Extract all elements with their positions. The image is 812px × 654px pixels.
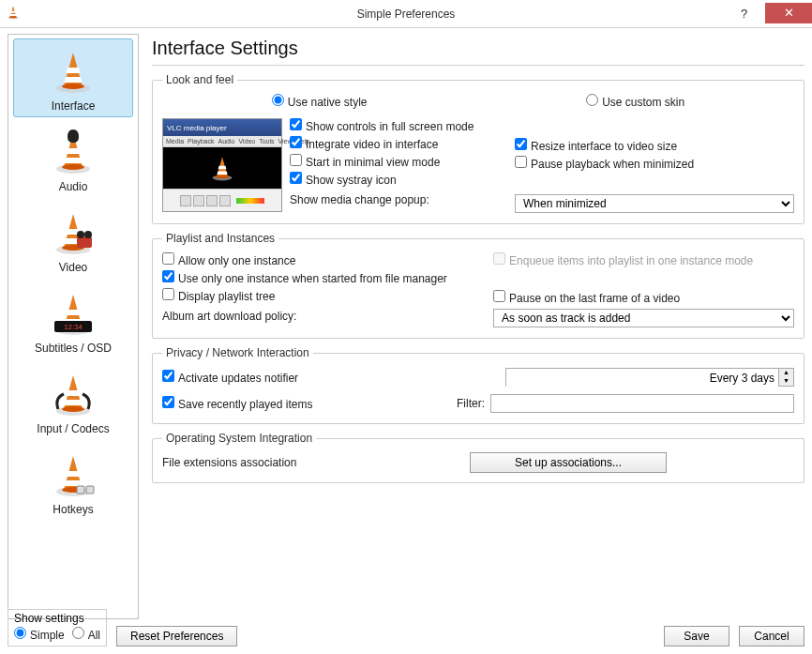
resize-interface-checkbox[interactable]: Resize interface to video size [515, 138, 794, 153]
svg-rect-8 [86, 486, 94, 494]
hotkeys-icon [47, 449, 99, 501]
category-sidebar: Interface Audio Video 12:34 Subtitles / … [8, 34, 139, 619]
sidebar-item-label: Input / Codecs [37, 422, 109, 435]
close-button[interactable]: ✕ [765, 3, 812, 23]
update-interval-spinner[interactable]: ▲▼ [505, 368, 794, 387]
update-interval-input[interactable] [506, 369, 778, 388]
media-popup-select[interactable]: When minimized [515, 194, 794, 213]
pause-last-frame-checkbox[interactable]: Pause on the last frame of a video [493, 290, 794, 305]
help-button[interactable]: ? [723, 3, 765, 25]
spinner-up-icon[interactable]: ▲ [779, 369, 793, 377]
interface-preview: VLC media player MediaPlaybackAudioVideo… [162, 118, 282, 212]
filter-input[interactable] [490, 394, 794, 413]
sidebar-item-interface[interactable]: Interface [13, 38, 133, 117]
show-systray-checkbox[interactable]: Show systray icon [290, 172, 515, 187]
album-art-select[interactable]: As soon as track is added [493, 309, 794, 327]
file-assoc-label: File extensions association [162, 456, 464, 469]
interface-icon [47, 45, 99, 98]
show-settings-label: Show settings [14, 612, 100, 625]
titlebar: Simple Preferences ? ✕ [0, 0, 812, 28]
integrate-video-checkbox[interactable]: Integrate video in interface [290, 136, 515, 151]
cancel-button[interactable]: Cancel [739, 626, 804, 646]
sidebar-item-subtitles[interactable]: 12:34 Subtitles / OSD [13, 281, 133, 359]
playlist-group: Playlist and Instances Allow only one in… [152, 232, 804, 339]
privacy-group: Privacy / Network Interaction Activate u… [152, 346, 804, 424]
setup-associations-button[interactable]: Set up associations... [470, 452, 667, 473]
svg-text:12:34: 12:34 [64, 323, 83, 331]
audio-icon [47, 126, 99, 178]
native-style-radio[interactable]: Use native style [272, 94, 368, 109]
group-legend: Playlist and Instances [162, 232, 278, 245]
look-and-feel-group: Look and feel Use native style Use custo… [152, 73, 804, 224]
app-icon [6, 5, 24, 23]
spinner-down-icon[interactable]: ▼ [779, 377, 793, 386]
window-title: Simple Preferences [357, 8, 456, 21]
sidebar-item-label: Interface [52, 99, 96, 113]
svg-rect-7 [77, 486, 84, 494]
display-tree-checkbox[interactable]: Display playlist tree [162, 288, 493, 303]
media-popup-label: Show media change popup: [290, 193, 429, 206]
show-settings-group: Show settings Simple All [8, 609, 107, 646]
save-button[interactable]: Save [664, 626, 729, 646]
sidebar-item-label: Hotkeys [53, 503, 93, 516]
pause-minimized-checkbox[interactable]: Pause playback when minimized [515, 156, 794, 171]
group-legend: Look and feel [162, 73, 237, 86]
save-recent-checkbox[interactable]: Save recently played items [162, 396, 457, 411]
video-icon [47, 206, 99, 259]
show-simple-radio[interactable]: Simple [14, 627, 65, 642]
codecs-icon [47, 368, 99, 420]
enqueue-checkbox: Enqueue items into playlist in one insta… [493, 252, 794, 267]
sidebar-item-hotkeys[interactable]: Hotkeys [13, 442, 133, 521]
page-title: Interface Settings [152, 38, 804, 59]
subtitles-icon: 12:34 [47, 287, 99, 340]
os-integration-group: Operating System Integration File extens… [152, 432, 804, 483]
one-instance-fm-checkbox[interactable]: Use only one instance when started from … [162, 270, 493, 285]
group-legend: Operating System Integration [162, 432, 316, 445]
sidebar-item-label: Video [59, 261, 87, 274]
album-art-label: Album art download policy: [162, 310, 296, 323]
group-legend: Privacy / Network Interaction [162, 346, 313, 359]
svg-rect-2 [77, 236, 92, 248]
sidebar-item-audio[interactable]: Audio [13, 119, 133, 198]
filter-label: Filter: [457, 397, 485, 410]
svg-point-4 [84, 231, 92, 238]
sidebar-item-input-codecs[interactable]: Input / Codecs [13, 361, 133, 440]
sidebar-item-label: Subtitles / OSD [35, 342, 112, 355]
show-all-radio[interactable]: All [72, 627, 100, 642]
sidebar-item-video[interactable]: Video [13, 200, 133, 279]
reset-preferences-button[interactable]: Reset Preferences [116, 626, 237, 646]
one-instance-checkbox[interactable]: Allow only one instance [162, 252, 493, 267]
start-minimal-checkbox[interactable]: Start in minimal view mode [290, 154, 515, 169]
custom-skin-radio[interactable]: Use custom skin [586, 94, 684, 109]
updates-checkbox[interactable]: Activate updates notifier [162, 370, 505, 385]
show-controls-checkbox[interactable]: Show controls in full screen mode [290, 118, 515, 133]
svg-point-3 [77, 231, 84, 238]
sidebar-item-label: Audio [59, 180, 88, 193]
